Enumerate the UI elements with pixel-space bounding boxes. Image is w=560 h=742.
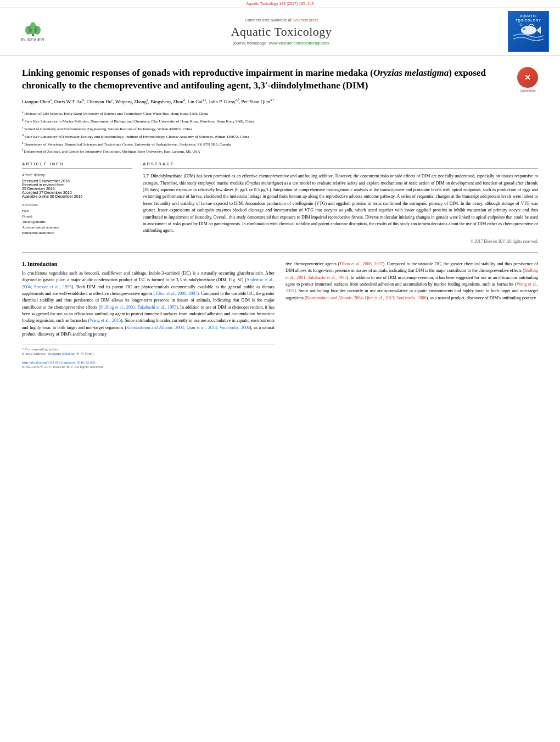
crossmark-icon: ✕: [517, 67, 538, 88]
corresponding-note: * Corresponding author.: [22, 347, 275, 352]
authors-line: Lianguo Chena, Doris W.T. Aub, Chenyan H…: [22, 98, 538, 105]
affil-f: f Department of Zoology, and Center for …: [22, 148, 538, 155]
keyword-endocrine: Endocrine disruption: [22, 231, 132, 235]
citation-bar: Aquatic Toxicology 183 (2017) 135–143: [0, 0, 560, 8]
body-left-col: 1. Introduction In cruciferous vegetable…: [22, 261, 275, 369]
keywords-label: Keywords:: [22, 203, 132, 207]
abstract-text: 3,3′-Diindolylmethane (DIM) has been pro…: [143, 173, 538, 235]
contents-available: Contents lists available at ScienceDirec…: [55, 18, 508, 23]
homepage-url[interactable]: www.elsevier.com/locate/aquatox: [268, 41, 329, 46]
received-date: Received 9 November 2016: [22, 179, 132, 183]
article-info-column: ARTICLE INFO Article history: Received 9…: [22, 161, 132, 244]
keyword-fish: Fish: [22, 209, 132, 213]
intro-right-paragraph: tive chemopreventive agents (Tilton et a…: [285, 261, 538, 302]
section1-number: 1.: [22, 261, 26, 267]
svg-point-9: [520, 24, 522, 26]
keywords-section: Keywords: Fish Gonad Toxicogenomic Adver…: [22, 203, 132, 235]
accepted-date: Accepted 27 December 2016: [22, 191, 132, 194]
journal-header: ELSEVIER Contents lists available at Sci…: [0, 8, 560, 56]
section1-title: 1. Introduction: [22, 261, 275, 267]
intro-paragraph: In cruciferous vegetables such as brocco…: [22, 270, 275, 338]
available-date: Available online 30 December 2016: [22, 194, 132, 198]
article-page: Aquatic Toxicology 183 (2017) 135–143 EL…: [0, 0, 560, 742]
affil-a: a Division of Life Science, Hong Kong Un…: [22, 110, 538, 117]
aquatic-tox-logo-box: AQUATIC TOXIcoLOGY: [508, 11, 549, 52]
keyword-gonad: Gonad: [22, 214, 132, 219]
article-content: Linking genomic responses of gonads with…: [0, 56, 560, 380]
revised-date: 25 December 2016: [22, 187, 132, 191]
article-history: Article history: Received 9 November 201…: [22, 173, 132, 198]
crossmark-badge: ✕ CrossMark: [517, 67, 538, 92]
section-divider: [22, 252, 538, 253]
affil-e: e Department of Veterinary Biomedical Sc…: [22, 141, 538, 148]
email-note: E-mail address: boqianpy@ust.hk (P.-Y. Q…: [22, 352, 275, 356]
doi-area: http://dx.doi.org/10.1016/j.aquatox.2016…: [22, 360, 275, 369]
affil-b: b State Key Laboratory in Marine Polluti…: [22, 118, 538, 125]
sciencedirect-link[interactable]: ScienceDirect: [293, 18, 318, 23]
svg-marker-6: [536, 26, 541, 34]
body-content: 1. Introduction In cruciferous vegetable…: [22, 261, 538, 369]
issn-text: 0166-445X/© 2017 Elsevier B.V. All right…: [22, 365, 275, 369]
article-title: Linking genomic responses of gonads with…: [22, 67, 538, 92]
elsevier-logo: ELSEVIER: [11, 21, 55, 43]
keyword-toxicogenomic: Toxicogenomic: [22, 220, 132, 224]
affiliations: a Division of Life Science, Hong Kong Un…: [22, 110, 538, 155]
svg-point-5: [521, 26, 536, 35]
elsevier-tree-icon: [22, 21, 44, 37]
section1-heading: Introduction: [27, 261, 57, 267]
keyword-adverse: Adverse apical outcome: [22, 225, 132, 230]
email-suffix: (P.-Y. Qian).: [76, 352, 95, 356]
revised-label: Received in revised form: [22, 183, 132, 187]
affil-d: d State Key Laboratory of Freshwater Eco…: [22, 133, 538, 140]
article-info-header: ARTICLE INFO: [22, 161, 132, 169]
affil-c: c School of Chemistry and Environmental …: [22, 125, 538, 132]
journal-center: Contents lists available at ScienceDirec…: [55, 18, 508, 46]
svg-point-4: [30, 22, 36, 30]
elsevier-label: ELSEVIER: [21, 38, 45, 42]
journal-title: Aquatic Toxicology: [55, 25, 508, 39]
footnote-area: * Corresponding author. E-mail address: …: [22, 344, 275, 356]
aquatic-logo-fish-icon: [513, 19, 544, 44]
journal-homepage: journal homepage: www.elsevier.com/locat…: [55, 41, 508, 46]
history-label: Article history:: [22, 173, 132, 177]
abstract-column: ABSTRACT 3,3′-Diindolylmethane (DIM) has…: [143, 161, 538, 244]
body-right-col: tive chemopreventive agents (Tilton et a…: [285, 261, 538, 369]
citation-text: Aquatic Toxicology 183 (2017) 135–143: [247, 2, 314, 5]
doi-link[interactable]: http://dx.doi.org/10.1016/j.aquatox.2016…: [22, 360, 275, 365]
abstract-copyright: © 2017 Elsevier B.V. All rights reserved…: [143, 239, 538, 244]
svg-point-8: [524, 29, 525, 30]
info-abstract-section: ARTICLE INFO Article history: Received 9…: [22, 161, 538, 244]
abstract-header: ABSTRACT: [143, 161, 538, 169]
email-address[interactable]: boqianpy@ust.hk: [47, 352, 74, 356]
logo-text: AQUATIC TOXIcoLOGY: [511, 14, 546, 23]
